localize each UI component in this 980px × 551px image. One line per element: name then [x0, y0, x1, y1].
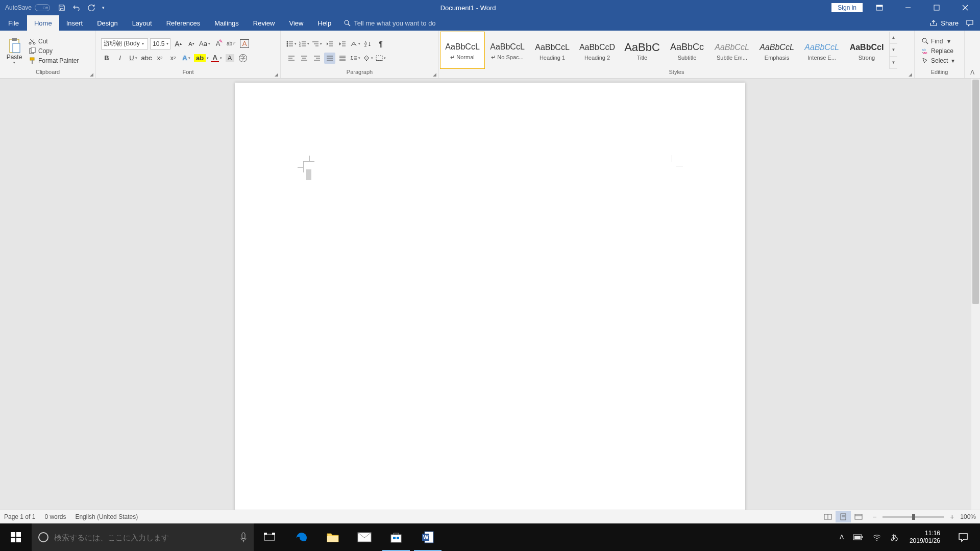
phonetic-guide-icon[interactable]: abア — [226, 38, 237, 49]
style-strong[interactable]: AaBbCcIStrong — [844, 32, 889, 69]
distributed-icon[interactable] — [337, 53, 348, 64]
clock[interactable]: 11:16 2019/01/26 — [905, 530, 944, 545]
edge-icon[interactable] — [285, 523, 317, 551]
collapse-ribbon-icon[interactable]: ᐱ — [965, 31, 980, 78]
show-hide-icon[interactable]: ¶ — [375, 38, 386, 49]
tab-layout[interactable]: Layout — [125, 15, 159, 31]
language-status[interactable]: English (United States) — [75, 513, 138, 520]
tab-view[interactable]: View — [282, 15, 310, 31]
scrollbar-thumb[interactable] — [972, 80, 979, 304]
word-count-status[interactable]: 0 words — [44, 513, 66, 520]
style-normal[interactable]: AaBbCcL↵ Normal — [440, 32, 485, 69]
share-button[interactable]: Share — [929, 19, 959, 27]
vertical-scrollbar[interactable] — [971, 79, 980, 537]
style-heading-1[interactable]: AaBbCcLHeading 1 — [530, 32, 575, 69]
cut-button[interactable]: Cut — [28, 37, 80, 45]
styles-scroll-down-icon[interactable]: ▼ — [890, 44, 897, 56]
tab-file[interactable]: File — [0, 15, 27, 31]
character-shading-icon[interactable]: A — [224, 53, 235, 64]
store-icon[interactable] — [380, 523, 412, 551]
clear-formatting-icon[interactable]: A✎ — [212, 38, 224, 49]
close-icon[interactable] — [953, 0, 977, 15]
tab-design[interactable]: Design — [90, 15, 125, 31]
redo-icon[interactable] — [88, 4, 95, 11]
shading-icon[interactable]: ▾ — [362, 53, 374, 64]
start-button[interactable] — [0, 523, 32, 551]
numbering-icon[interactable]: 123▾ — [299, 38, 310, 49]
maximize-icon[interactable] — [925, 0, 948, 15]
taskbar-search[interactable] — [32, 523, 254, 551]
print-layout-icon[interactable] — [836, 511, 851, 522]
text-effects-icon[interactable]: A▾ — [181, 53, 192, 64]
asian-layout-icon[interactable]: ▾ — [350, 38, 361, 49]
font-color-icon[interactable]: A▾ — [211, 53, 222, 64]
sort-icon[interactable]: AZ — [362, 38, 374, 49]
increase-indent-icon[interactable] — [337, 38, 348, 49]
autosave-toggle[interactable]: AutoSave Off — [5, 4, 50, 11]
style-emphasis[interactable]: AaBbCcLEmphasis — [754, 32, 799, 69]
tell-me-input[interactable] — [354, 19, 466, 27]
mail-icon[interactable] — [349, 523, 380, 551]
tab-references[interactable]: References — [159, 15, 207, 31]
wifi-icon[interactable] — [870, 534, 884, 541]
tab-home[interactable]: Home — [27, 15, 59, 31]
file-explorer-icon[interactable] — [317, 523, 349, 551]
line-spacing-icon[interactable]: ▾ — [350, 53, 361, 64]
tab-review[interactable]: Review — [246, 15, 282, 31]
tray-overflow-icon[interactable]: ᐱ — [838, 534, 846, 541]
action-center-icon[interactable] — [949, 523, 977, 551]
task-view-icon[interactable] — [254, 523, 285, 551]
superscript-icon[interactable]: x2 — [167, 53, 179, 64]
tab-insert[interactable]: Insert — [59, 15, 90, 31]
strikethrough-icon[interactable]: abc — [141, 53, 152, 64]
font-size-combo[interactable]: 10.5▾ — [150, 38, 170, 49]
autosave-switch[interactable]: Off — [35, 4, 50, 11]
zoom-slider[interactable] — [883, 516, 944, 518]
style-subtitle[interactable]: AaBbCcSubtitle — [665, 32, 709, 69]
web-layout-icon[interactable] — [851, 511, 866, 522]
styles-launcher-icon[interactable]: ◢ — [909, 72, 912, 77]
decrease-indent-icon[interactable] — [324, 38, 335, 49]
borders-icon[interactable]: ▾ — [375, 53, 386, 64]
zoom-level[interactable]: 100% — [960, 513, 976, 520]
taskbar-search-input[interactable] — [54, 533, 234, 542]
page[interactable] — [235, 83, 745, 537]
grow-font-icon[interactable]: A▴ — [173, 38, 184, 49]
qat-customize-icon[interactable]: ▾ — [102, 5, 105, 10]
zoom-out-icon[interactable]: − — [870, 513, 878, 521]
tell-me-search[interactable] — [344, 15, 466, 31]
font-launcher-icon[interactable]: ◢ — [275, 72, 278, 77]
align-left-icon[interactable] — [286, 53, 297, 64]
shrink-font-icon[interactable]: A▾ — [186, 38, 197, 49]
zoom-in-icon[interactable]: + — [948, 513, 956, 521]
save-icon[interactable] — [58, 4, 65, 11]
highlight-icon[interactable]: ab▾ — [194, 53, 209, 64]
bold-icon[interactable]: B — [101, 53, 112, 64]
ime-indicator[interactable]: あ — [889, 533, 900, 542]
minimize-icon[interactable] — [896, 0, 920, 15]
page-number-status[interactable]: Page 1 of 1 — [4, 513, 35, 520]
style-no-spac-[interactable]: AaBbCcL↵ No Spac... — [485, 32, 530, 69]
change-case-icon[interactable]: Aa▾ — [199, 38, 210, 49]
battery-icon[interactable] — [851, 534, 865, 540]
zoom-slider-thumb[interactable] — [912, 514, 915, 520]
select-button[interactable]: Select▾ — [921, 57, 955, 65]
format-painter-button[interactable]: Format Painter — [28, 57, 80, 65]
read-mode-icon[interactable] — [820, 511, 836, 522]
tab-help[interactable]: Help — [310, 15, 338, 31]
replace-button[interactable]: abacReplace — [921, 47, 955, 55]
clipboard-launcher-icon[interactable]: ◢ — [90, 72, 93, 77]
ribbon-display-options-icon[interactable] — [868, 0, 891, 15]
copy-button[interactable]: Copy — [28, 47, 80, 55]
multilevel-list-icon[interactable]: ▾ — [311, 38, 323, 49]
character-border-icon[interactable]: A — [239, 38, 250, 49]
styles-more-icon[interactable]: ▼ — [890, 57, 897, 69]
comments-icon[interactable] — [966, 19, 974, 27]
style-intense-e-[interactable]: AaBbCcLIntense E... — [799, 32, 844, 69]
tab-mailings[interactable]: Mailings — [207, 15, 246, 31]
paragraph-launcher-icon[interactable]: ◢ — [433, 72, 436, 77]
subscript-icon[interactable]: x2 — [154, 53, 165, 64]
styles-scroll-up-icon[interactable]: ▲ — [890, 32, 897, 44]
italic-icon[interactable]: I — [114, 53, 126, 64]
bullets-icon[interactable]: ▾ — [286, 38, 297, 49]
